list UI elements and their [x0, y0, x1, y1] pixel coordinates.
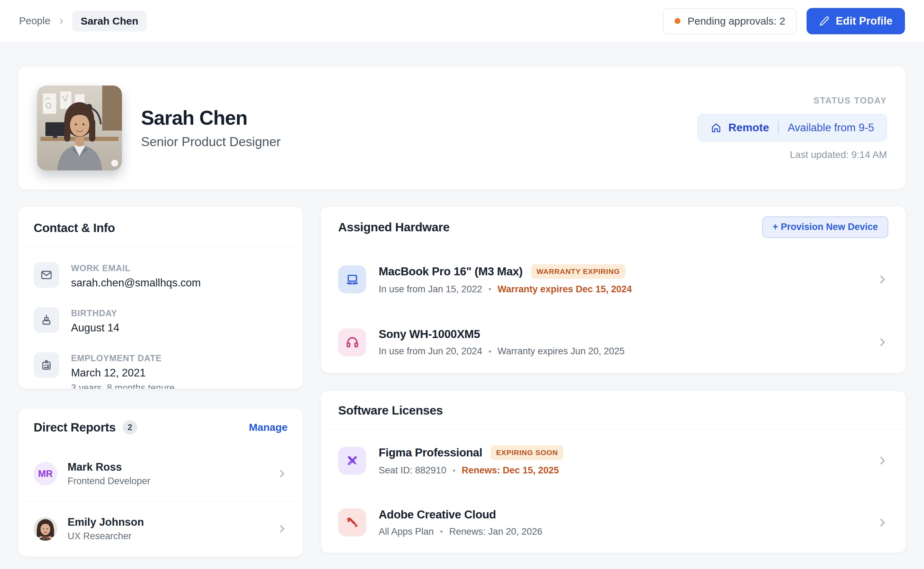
contact-row-birthday: BIRTHDAY August 14: [33, 298, 288, 343]
hardware-row-macbook[interactable]: MacBook Pro 16" (M3 Max) WARRANTY EXPIRI…: [321, 248, 906, 310]
direct-reports-count-badge: 2: [123, 420, 137, 435]
hardware-meta: In use from Jan 15, 2022: [379, 284, 482, 295]
status-last-updated: Last updated: 9:14 AM: [790, 149, 887, 160]
license-meta: All Apps Plan: [379, 526, 434, 537]
topbar-actions: Pending approvals: 2 Edit Profile: [663, 8, 905, 34]
meta-dot: •: [452, 466, 455, 476]
right-column: Assigned Hardware + Provision New Device…: [320, 206, 906, 553]
profile-identity: Sarah Chen Senior Product Designer: [141, 106, 281, 149]
direct-reports-header: Direct Reports 2 Manage: [18, 408, 303, 446]
status-pill[interactable]: Remote Available from 9-5: [697, 114, 887, 141]
chevron-right-icon: [277, 468, 288, 479]
breadcrumb-current: Sarah Chen: [72, 11, 147, 32]
contact-card-title: Contact & Info: [33, 221, 115, 235]
direct-reports-title: Direct Reports: [33, 420, 116, 434]
status-mode: Remote: [710, 121, 769, 134]
contact-value-email: sarah.chen@smallhqs.com: [71, 277, 201, 289]
contact-value-birthday: August 14: [71, 322, 120, 334]
report-role: Frontend Developer: [67, 476, 151, 487]
breadcrumb-chevron-icon: ›: [59, 14, 63, 28]
manage-reports-link[interactable]: Manage: [249, 421, 288, 433]
id-badge-icon: [33, 352, 59, 378]
contact-row-employment: EMPLOYMENT DATE March 12, 2021 3 years, …: [33, 343, 288, 389]
profile-header-card: Sarah Chen Senior Product Designer STATU…: [18, 66, 906, 190]
hardware-name: MacBook Pro 16" (M3 Max): [379, 265, 523, 278]
edit-profile-button[interactable]: Edit Profile: [807, 8, 905, 34]
license-meta: Renews: Jan 20, 2026: [449, 526, 543, 537]
status-mode-label: Remote: [728, 121, 769, 134]
licenses-header: Software Licenses: [321, 391, 906, 430]
avatar-initials: MR: [33, 462, 57, 485]
contact-row-work-email: WORK EMAIL sarah.chen@smallhqs.com: [33, 253, 288, 298]
content-area: Contact & Info WORK EMAIL sarah.chen@sma…: [0, 190, 924, 557]
profile-avatar: [37, 85, 122, 170]
contact-value-employment: March 12, 2021: [71, 367, 175, 379]
contact-card-header: Contact & Info: [18, 206, 303, 248]
contact-tenure: 3 years, 8 months tenure: [71, 383, 175, 389]
chevron-right-icon: [877, 274, 888, 285]
home-icon: [710, 122, 722, 134]
hardware-row-headphones[interactable]: Sony WH-1000XM5 In use from Jun 20, 2024…: [321, 310, 906, 373]
chevron-right-icon: [877, 455, 888, 467]
hardware-meta: In use from Jun 20, 2024: [379, 346, 482, 357]
meta-dot: •: [440, 527, 443, 536]
breadcrumb: People › Sarah Chen: [19, 11, 146, 32]
meta-dot: •: [489, 347, 491, 356]
assigned-hardware-card: Assigned Hardware + Provision New Device…: [320, 206, 906, 373]
laptop-icon: [338, 265, 366, 293]
contact-card-body: WORK EMAIL sarah.chen@smallhqs.com: [18, 248, 303, 389]
profile-name: Sarah Chen: [141, 106, 281, 129]
breadcrumb-people-link[interactable]: People: [19, 15, 50, 27]
warranty-expiring-badge: WARRANTY EXPIRING: [531, 264, 626, 279]
hardware-name: Sony WH-1000XM5: [379, 328, 480, 341]
left-column: Contact & Info WORK EMAIL sarah.chen@sma…: [18, 206, 303, 557]
chevron-right-icon: [877, 517, 888, 528]
license-row-adobe[interactable]: Adobe Creative Cloud All Apps Plan • Ren…: [321, 491, 906, 553]
chevron-right-icon: [277, 523, 288, 534]
pending-approvals-button[interactable]: Pending approvals: 2: [663, 8, 797, 34]
software-licenses-card: Software Licenses: [320, 391, 906, 553]
status-section: STATUS TODAY Remote Available from 9-5 L…: [697, 96, 887, 160]
license-name: Adobe Creative Cloud: [379, 508, 496, 521]
pending-dot-icon: [674, 18, 680, 24]
hardware-title: Assigned Hardware: [338, 220, 450, 234]
contact-info-card: Contact & Info WORK EMAIL sarah.chen@sma…: [18, 206, 303, 389]
profile-job-title: Senior Product Designer: [141, 135, 281, 149]
provision-new-device-button[interactable]: + Provision New Device: [762, 216, 888, 238]
direct-reports-card: Direct Reports 2 Manage MR Mark Ross Fro…: [18, 408, 303, 557]
top-bar: People › Sarah Chen Pending approvals: 2…: [0, 0, 924, 42]
design-tools-icon: [338, 447, 366, 475]
status-heading: STATUS TODAY: [813, 96, 887, 106]
licenses-title: Software Licenses: [338, 403, 443, 417]
report-name: Mark Ross: [67, 461, 151, 473]
license-name: Figma Professional: [379, 446, 482, 459]
report-name: Emily Johnson: [67, 516, 144, 528]
meta-dot: •: [489, 284, 491, 294]
status-availability: Available from 9-5: [788, 122, 874, 134]
status-divider: [778, 122, 779, 134]
signature-pen-icon: [338, 508, 366, 536]
report-row-emily-johnson[interactable]: Emily Johnson UX Researcher: [18, 501, 303, 556]
license-meta-warning: Renews: Dec 15, 2025: [462, 465, 559, 476]
hardware-meta-warning: Warranty expires Dec 15, 2024: [498, 284, 632, 295]
hardware-header: Assigned Hardware + Provision New Device: [321, 206, 906, 248]
contact-label: WORK EMAIL: [71, 263, 201, 273]
mail-icon: [33, 262, 59, 288]
headphones-icon: [338, 328, 366, 356]
cake-icon: [33, 307, 59, 333]
contact-label: EMPLOYMENT DATE: [71, 353, 175, 363]
license-row-figma[interactable]: Figma Professional EXPIRING SOON Seat ID…: [321, 430, 906, 491]
report-role: UX Researcher: [67, 531, 144, 542]
report-row-mark-ross[interactable]: MR Mark Ross Frontend Developer: [18, 446, 303, 501]
license-meta: Seat ID: 882910: [379, 465, 446, 476]
pending-approvals-label: Pending approvals: 2: [687, 15, 785, 27]
expiring-soon-badge: EXPIRING SOON: [490, 445, 563, 460]
edit-profile-label: Edit Profile: [836, 15, 892, 27]
avatar-photo: [33, 517, 57, 541]
hardware-meta: Warranty expires Jun 20, 2025: [498, 346, 625, 357]
chevron-right-icon: [877, 336, 888, 348]
contact-label: BIRTHDAY: [71, 308, 120, 318]
pencil-icon: [819, 16, 830, 26]
